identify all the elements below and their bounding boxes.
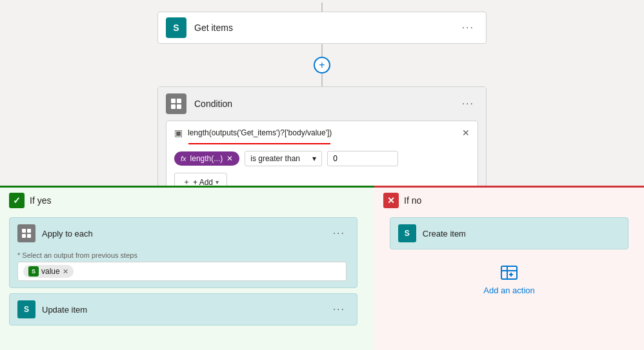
get-items-card: S Get items ···	[157, 12, 487, 44]
svg-rect-1	[177, 99, 181, 103]
formula-bar: ▣ length(outputs('Get_items')?['body/val…	[174, 128, 470, 138]
create-item-card: S Create item	[390, 217, 629, 249]
chevron-down-icon: ▾	[312, 154, 316, 163]
condition-row: fx length(...) ✕ is greater than ▾	[174, 151, 470, 166]
condition-menu-button[interactable]: ···	[458, 97, 478, 111]
error-underline	[188, 143, 330, 144]
add-chevron-icon: ▾	[216, 179, 219, 186]
formula-icon: ▣	[174, 128, 183, 138]
branch-split: ✓ If yes	[0, 186, 644, 350]
condition-header: Condition ···	[158, 87, 486, 121]
flow-canvas: S Get items ··· +	[0, 0, 644, 350]
svg-rect-0	[171, 99, 176, 103]
if-yes-badge: ✓	[9, 193, 25, 208]
if-yes-header: ✓ If yes	[0, 188, 374, 213]
svg-rect-3	[177, 104, 181, 109]
apply-body: * Select an output from previous steps S…	[10, 249, 357, 287]
if-no-badge: ✕	[383, 193, 399, 208]
get-items-menu-button[interactable]: ···	[458, 21, 478, 35]
value-chip: S value ✕	[23, 265, 74, 278]
if-no-content: S Create item	[374, 213, 644, 312]
add-action-label: Add an action	[483, 286, 535, 295]
if-no-section: ✕ If no S Create item	[374, 186, 644, 350]
if-yes-section: ✓ If yes	[0, 186, 374, 350]
add-action-table-icon	[499, 262, 519, 283]
add-action-button[interactable]: Add an action	[483, 262, 535, 295]
get-items-title: Get items	[194, 23, 458, 33]
value-chip-icon: S	[28, 266, 39, 277]
get-items-icon: S	[166, 17, 186, 38]
value-chip-label: value	[41, 267, 60, 276]
create-item-icon: S	[398, 224, 416, 242]
condition-icon	[166, 93, 186, 114]
svg-rect-2	[171, 104, 176, 109]
svg-rect-7	[27, 234, 31, 238]
create-item-header: S Create item	[390, 218, 629, 249]
update-item-icon: S	[17, 300, 35, 318]
apply-to-each-card: Apply to each ··· * Select an output fro…	[9, 217, 357, 288]
condition-value-input[interactable]	[327, 151, 398, 166]
svg-rect-4	[22, 229, 26, 233]
formula-close-button[interactable]: ✕	[462, 128, 470, 138]
update-item-card: S Update item ···	[9, 293, 357, 326]
add-step-button[interactable]: +	[314, 57, 330, 73]
create-item-title: Create item	[423, 229, 621, 238]
svg-rect-8	[501, 266, 517, 279]
svg-rect-5	[27, 229, 31, 233]
if-no-header: ✕ If no	[374, 188, 644, 213]
apply-label: * Select an output from previous steps	[17, 251, 349, 259]
chip-x-button[interactable]: ✕	[63, 267, 68, 276]
chip-remove-button[interactable]: ✕	[226, 154, 233, 163]
condition-title: Condition	[194, 99, 458, 109]
update-item-title: Update item	[42, 305, 329, 315]
apply-to-each-header: Apply to each ···	[10, 218, 357, 249]
if-no-title: If no	[404, 195, 421, 206]
chip-label: length(...)	[190, 154, 223, 163]
update-item-menu-button[interactable]: ···	[329, 302, 349, 316]
apply-each-menu-button[interactable]: ···	[329, 226, 349, 240]
apply-input-row[interactable]: S value ✕	[17, 262, 347, 281]
update-item-header: S Update item ···	[10, 294, 357, 325]
formula-text: length(outputs('Get_items')?['body/value…	[188, 128, 457, 137]
add-action-area: Add an action	[383, 249, 635, 308]
apply-to-each-title: Apply to each	[42, 229, 329, 238]
add-connector: +	[0, 44, 644, 86]
if-yes-title: If yes	[30, 195, 51, 206]
function-chip: fx length(...) ✕	[174, 151, 239, 166]
apply-each-icon	[17, 224, 35, 242]
svg-rect-6	[22, 234, 26, 238]
operator-select[interactable]: is greater than ▾	[245, 151, 322, 166]
if-yes-content: Apply to each ··· * Select an output fro…	[0, 213, 374, 329]
